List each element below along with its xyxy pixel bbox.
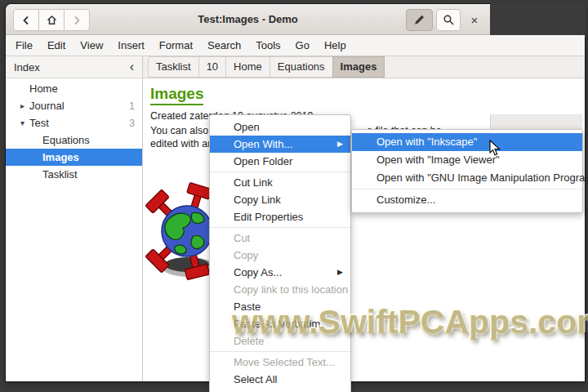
open-with-submenu: Open with "Inkscape"Open with "Image Vie… bbox=[351, 129, 583, 213]
menubar-item-go[interactable]: Go bbox=[288, 35, 317, 56]
sidebar-item-label: Images bbox=[42, 151, 79, 163]
globe-image[interactable] bbox=[145, 167, 212, 295]
menu-item-open[interactable]: Open bbox=[210, 118, 350, 136]
page-index-tree: Home▸Journal1▾Test3EquationsImagesTaskli… bbox=[6, 78, 142, 381]
menu-item-edit-properties[interactable]: Edit Properties bbox=[210, 208, 350, 225]
expander-collapsed-icon[interactable]: ▸ bbox=[17, 101, 28, 110]
menu-item-paste-as-verbatim[interactable]: Paste As Verbatim bbox=[210, 315, 350, 332]
sidebar-item-label: Home bbox=[29, 82, 58, 95]
menu-item-customize[interactable]: Customize... bbox=[352, 191, 582, 209]
sidebar-item-images[interactable]: Images bbox=[6, 149, 142, 166]
menu-item-copy-link[interactable]: Copy Link bbox=[210, 191, 350, 208]
history-nav-group bbox=[13, 9, 89, 31]
menu-item-open-with[interactable]: Open With...▶ bbox=[210, 136, 350, 153]
menubar-item-file[interactable]: File bbox=[8, 35, 40, 56]
screenshot-dark-corner bbox=[490, 3, 586, 37]
page-count-badge: 3 bbox=[129, 118, 135, 129]
menu-item-cut-link[interactable]: Cut Link bbox=[210, 174, 350, 191]
toggle-edit-button[interactable] bbox=[406, 9, 433, 31]
sidebar-item-label: Tasklist bbox=[42, 168, 78, 180]
back-button[interactable] bbox=[13, 9, 39, 31]
sidebar-item-home[interactable]: Home bbox=[6, 80, 142, 97]
menu-item-open-with-gnu-image-manipulation-program[interactable]: Open with "GNU Image Manipulation Progra… bbox=[352, 169, 582, 187]
menu-item-open-with-image-viewer[interactable]: Open with "Image Viewer" bbox=[352, 151, 582, 169]
menu-item-select-all[interactable]: Select All bbox=[210, 371, 350, 388]
menubar-item-tools[interactable]: Tools bbox=[248, 35, 287, 56]
titlebar: Test:Images - Demo × bbox=[6, 4, 490, 35]
menubar: FileEditViewInsertFormatSearchToolsGoHel… bbox=[6, 35, 585, 56]
sidebar-item-label: Test bbox=[29, 117, 49, 129]
sidebar-item-journal[interactable]: ▸Journal1 bbox=[6, 97, 142, 114]
close-button[interactable]: × bbox=[464, 9, 485, 31]
mouse-cursor bbox=[489, 140, 501, 157]
menu-item-copy-as[interactable]: Copy As...▶ bbox=[210, 264, 350, 281]
menubar-item-view[interactable]: View bbox=[73, 35, 110, 56]
expander-expanded-icon[interactable]: ▾ bbox=[17, 118, 28, 127]
sidebar-item-label: Equations bbox=[42, 134, 90, 146]
tab-images[interactable]: Images bbox=[332, 56, 385, 78]
popup-shadow-band bbox=[490, 114, 582, 129]
menu-item-copy: Copy bbox=[210, 247, 350, 264]
tab-home[interactable]: Home bbox=[225, 56, 270, 78]
search-icon bbox=[443, 14, 455, 26]
menu-separator bbox=[210, 172, 350, 172]
home-icon bbox=[46, 14, 58, 26]
menu-item-open-with-inkscape[interactable]: Open with "Inkscape" bbox=[352, 133, 582, 151]
menubar-item-format[interactable]: Format bbox=[152, 35, 200, 56]
sidebar-item-label: Journal bbox=[29, 100, 65, 112]
page-heading: Images bbox=[150, 85, 203, 105]
collapse-sidebar-button[interactable]: ‹ bbox=[130, 60, 134, 74]
menu-item-delete: Delete bbox=[210, 332, 350, 350]
menu-item-cut: Cut bbox=[210, 229, 350, 247]
index-title: Index bbox=[14, 61, 40, 74]
menubar-item-insert[interactable]: Insert bbox=[110, 35, 152, 56]
tab-10[interactable]: 10 bbox=[198, 56, 226, 78]
sidebar-item-test[interactable]: ▾Test3 bbox=[6, 114, 142, 131]
tab-tasklist[interactable]: Tasklist bbox=[148, 56, 199, 78]
menubar-item-search[interactable]: Search bbox=[200, 35, 248, 56]
context-menu: OpenOpen With...▶Open FolderCut LinkCopy… bbox=[209, 114, 351, 392]
menubar-item-help[interactable]: Help bbox=[317, 35, 354, 56]
menu-separator bbox=[210, 227, 350, 228]
menu-item-insert-emoji[interactable]: Insert Emoji bbox=[210, 388, 350, 392]
search-button[interactable] bbox=[436, 9, 461, 31]
close-icon: × bbox=[471, 13, 479, 27]
sidebar-item-tasklist[interactable]: Tasklist bbox=[6, 166, 142, 183]
menu-item-move-selected-text: Move Selected Text... bbox=[210, 354, 350, 371]
menu-separator bbox=[352, 189, 582, 189]
back-icon bbox=[20, 15, 32, 26]
paragraph-fragment: edited with any bbox=[150, 138, 218, 149]
tab-equations[interactable]: Equations bbox=[270, 56, 333, 78]
menu-separator bbox=[210, 351, 350, 352]
menu-item-copy-link-to-this-location: Copy link to this location bbox=[210, 281, 350, 298]
menu-item-paste[interactable]: Paste bbox=[210, 298, 350, 315]
menubar-item-edit[interactable]: Edit bbox=[40, 35, 73, 56]
submenu-arrow-icon: ▶ bbox=[337, 264, 343, 281]
submenu-arrow-icon: ▶ bbox=[337, 136, 343, 153]
home-button[interactable] bbox=[38, 9, 65, 31]
pencil-icon bbox=[413, 14, 425, 26]
sidebar-item-equations[interactable]: Equations bbox=[6, 131, 142, 149]
menu-item-open-folder[interactable]: Open Folder bbox=[210, 153, 350, 170]
index-header: Index ‹ bbox=[6, 56, 142, 78]
pathbar-tabs: Tasklist10HomeEquationsImages bbox=[143, 56, 585, 78]
index-sidebar: Index ‹ Home▸Journal1▾Test3EquationsImag… bbox=[6, 56, 143, 381]
forward-button[interactable] bbox=[64, 9, 90, 31]
page-count-badge: 1 bbox=[129, 100, 135, 112]
forward-icon bbox=[71, 15, 82, 26]
